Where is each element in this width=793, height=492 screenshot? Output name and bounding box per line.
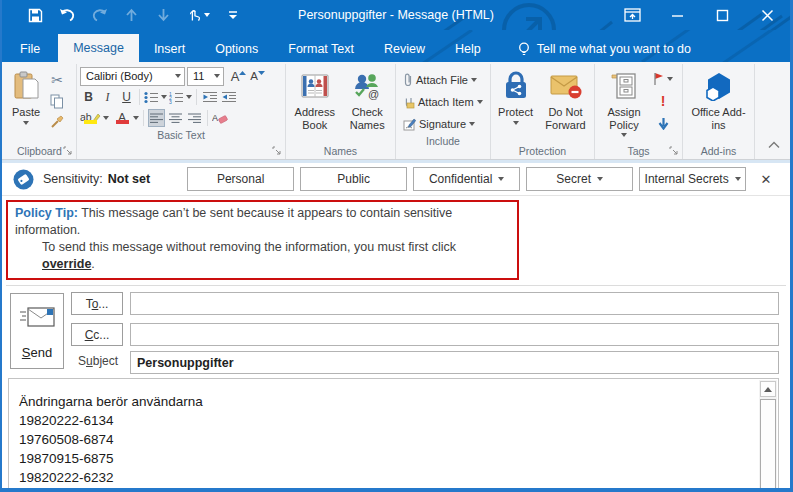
tell-me-box[interactable]: Tell me what you want to do [518,36,691,62]
align-center-button[interactable] [167,109,184,127]
scrollbar-thumb[interactable] [760,399,776,492]
bullets-button[interactable] [144,88,167,106]
decrease-indent-button[interactable] [201,88,218,106]
tab-message[interactable]: Message [58,34,139,62]
group-tags: Assign Policy ! Tags [595,64,683,159]
do-not-forward-label: Do Not Forward [540,106,591,131]
ribbon-tabs: File Message Insert Options Format Text … [2,30,790,62]
grow-font-button[interactable]: A [230,67,247,85]
customize-quick-access-toolbar-icon[interactable] [224,6,242,24]
group-clipboard: Paste ✂ Clipboard [3,64,77,159]
scrollbar-up-arrow[interactable] [760,381,776,397]
tags-dialog-launcher-icon[interactable] [668,145,679,156]
protection-group-label: Protection [494,144,591,159]
to-input[interactable] [130,292,779,315]
body-line: 19870915-6875 [19,449,754,468]
cut-icon[interactable]: ✂ [46,70,68,90]
send-button[interactable]: Send [10,293,64,369]
bold-button[interactable]: B [80,88,97,106]
low-importance-button[interactable] [652,113,674,133]
font-color-button[interactable]: A [114,109,131,127]
previous-item-icon[interactable] [122,6,140,24]
clipboard-dialog-launcher-icon[interactable] [62,145,73,156]
tell-me-label: Tell me what you want to do [537,42,691,56]
names-group-label: Names [289,144,392,159]
italic-button[interactable]: I [99,88,116,106]
increase-indent-button[interactable] [220,88,237,106]
to-button[interactable]: To... [71,292,123,315]
send-envelope-icon [19,306,55,328]
tab-file[interactable]: File [2,36,58,62]
close-button[interactable] [745,0,790,30]
ribbon-display-options-button[interactable] [610,0,655,30]
confidential-label: Confidential [429,172,492,186]
minimize-button[interactable] [655,0,700,30]
subject-input[interactable] [130,351,779,374]
sensitivity-internal-secrets-button[interactable]: Internal Secrets [639,167,746,191]
touch-mouse-mode-icon[interactable] [186,6,210,24]
numbering-button[interactable]: 123 [169,88,192,106]
sensitivity-close-icon[interactable]: ✕ [756,172,776,187]
body-line: Ändringarna berör användarna [19,392,754,411]
format-painter-icon[interactable] [46,112,68,132]
basic-text-group-label: Basic Text [80,128,282,145]
align-left-button[interactable] [148,109,165,127]
save-icon[interactable] [26,6,44,24]
sensitivity-confidential-button[interactable]: Confidential [413,167,520,191]
attach-item-label: Attach Item [418,96,474,108]
paperclip-icon [403,73,413,87]
protect-label: Protect [498,106,533,119]
protect-button[interactable]: Protect [494,66,537,144]
high-importance-button[interactable]: ! [652,91,674,111]
assign-policy-button[interactable]: Assign Policy [600,66,648,144]
copy-icon[interactable] [46,91,68,111]
cc-button[interactable]: Cc... [71,323,123,346]
office-addins-label: Office Add-ins [691,106,747,131]
next-item-icon[interactable] [154,6,172,24]
tab-help[interactable]: Help [440,36,496,62]
paste-button[interactable]: Paste [6,66,46,144]
attach-file-button[interactable]: Attach File [403,70,487,90]
message-body[interactable]: Ändringarna berör användarna 19820222-61… [8,378,779,492]
basic-text-dialog-launcher-icon[interactable] [271,145,282,156]
undo-icon[interactable] [58,6,76,24]
sensitivity-personal-button[interactable]: Personal [187,167,294,191]
public-label: Public [337,172,370,186]
override-link[interactable]: override [42,257,91,271]
font-name-select[interactable]: Calibri (Body) [80,67,185,86]
collapse-ribbon-icon[interactable] [768,135,780,153]
assign-policy-label: Assign Policy [600,106,648,131]
sensitivity-public-button[interactable]: Public [300,167,407,191]
text-highlight-button[interactable]: ab [80,109,101,127]
clear-formatting-button[interactable]: A [212,109,229,127]
tab-review[interactable]: Review [369,36,440,62]
tab-format-text[interactable]: Format Text [273,36,369,62]
sensitivity-tag-icon [13,169,34,190]
shrink-font-button[interactable]: A [249,67,266,85]
check-names-icon: @ [352,69,382,103]
tab-insert[interactable]: Insert [139,36,200,62]
svg-text:A: A [212,113,218,123]
policy-tip-line2: To send this message without removing th… [15,239,509,273]
address-book-button[interactable]: Address Book [289,66,340,144]
attach-item-button[interactable]: Attach Item [403,92,487,112]
vertical-scrollbar[interactable] [759,380,777,492]
redo-icon[interactable] [90,6,108,24]
cc-input[interactable] [130,323,779,346]
protect-lock-icon [503,69,529,103]
office-addins-button[interactable]: Office Add-ins [691,66,747,144]
align-right-button[interactable] [186,109,203,127]
do-not-forward-button[interactable]: Do Not Forward [540,66,591,144]
check-names-button[interactable]: @ Check Names [342,66,392,144]
maximize-button[interactable] [700,0,745,30]
signature-button[interactable]: Signature [403,114,487,134]
grow-font-label: A [231,69,240,84]
body-line: 19820222-6134 [19,411,754,430]
policy-tip-prefix: Policy Tip: [15,206,78,220]
tab-options[interactable]: Options [200,36,273,62]
underline-button[interactable]: U [118,88,135,106]
sensitivity-secret-button[interactable]: Secret [526,167,633,191]
body-line: 19820222-6232 [19,468,754,487]
font-size-select[interactable]: 11 [187,67,224,86]
follow-up-flag-button[interactable] [652,69,674,89]
